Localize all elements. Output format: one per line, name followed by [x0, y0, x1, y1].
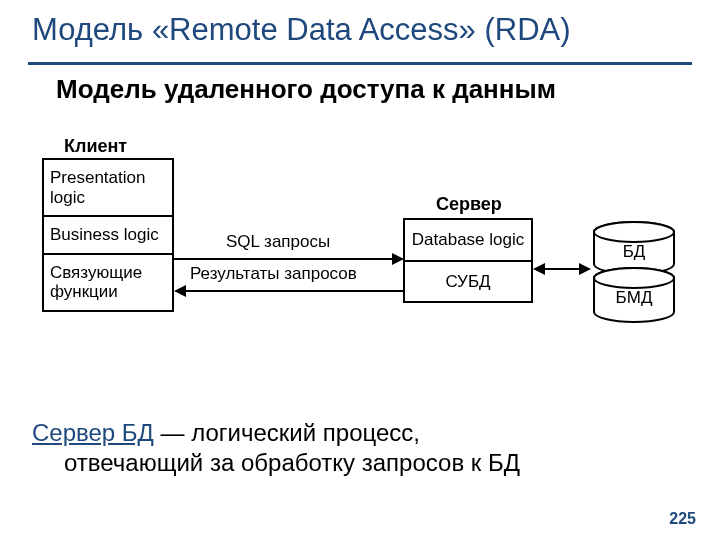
server-subd-cell: СУБД [405, 260, 531, 302]
client-binding-cell: Связующие функции [44, 253, 172, 310]
arrow-db [533, 262, 591, 276]
rda-diagram: Клиент Сервер Presentation logic Busines… [16, 136, 696, 396]
svg-point-8 [594, 222, 674, 242]
server-label: Сервер [436, 194, 502, 215]
svg-marker-3 [174, 285, 186, 297]
client-business-cell: Business logic [44, 215, 172, 253]
storage-db-label: БД [594, 242, 674, 262]
arrow-sql-label: SQL запросы [226, 232, 330, 252]
definition-term: Сервер БД [32, 419, 154, 446]
slide-subtitle: Модель удаленного доступа к данным [56, 74, 556, 105]
definition-rest1: — логический процесс, [154, 419, 420, 446]
page-number: 225 [669, 510, 696, 528]
arrow-results [174, 284, 404, 298]
svg-marker-5 [533, 263, 545, 275]
cylinder-icon [590, 220, 678, 332]
server-dblogic-cell: Database logic [405, 220, 531, 260]
client-presentation-cell: Presentation logic [44, 160, 172, 215]
client-label: Клиент [64, 136, 127, 157]
arrow-results-label: Результаты запросов [190, 264, 357, 284]
storage-bmd-label: БМД [594, 288, 674, 308]
svg-point-10 [594, 268, 674, 288]
slide-title: Модель «Remote Data Access» (RDA) [32, 12, 571, 48]
server-box: Database logic СУБД [403, 218, 533, 303]
title-rule [28, 62, 692, 65]
definition-rest2: отвечающий за обработку запросов к БД [32, 448, 672, 478]
client-box: Presentation logic Business logic Связую… [42, 158, 174, 312]
svg-marker-1 [392, 253, 404, 265]
storage-stack: БД БМД [590, 220, 678, 336]
definition: Сервер БД — логический процесс, отвечающ… [32, 418, 672, 478]
